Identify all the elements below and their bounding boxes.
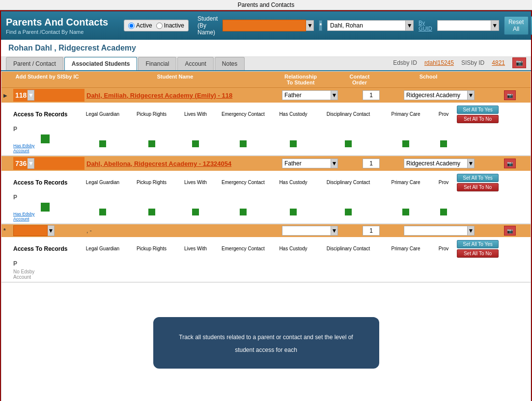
school-input-2[interactable]	[404, 159, 468, 168]
table-header: Add Student by SISby IC Student Name Rel…	[1, 72, 531, 88]
access-records-green-1[interactable]	[41, 134, 50, 143]
header-left: Parents And Contacts Find a Parent /Cont…	[6, 17, 119, 35]
relationship-arrow-1[interactable]: ▼	[331, 90, 338, 100]
contact-order-new[interactable]	[363, 226, 380, 236]
school-combo-new[interactable]: ▼	[404, 226, 502, 236]
inactive-label: Inactive	[164, 22, 184, 29]
student-name-2[interactable]: Dahl, Abellona, Ridgecrest Academy - 1Z3…	[86, 160, 280, 167]
relationship-input-1[interactable]	[282, 90, 331, 100]
set-all-yes-2[interactable]: Set All To Yes	[457, 174, 499, 182]
header: Parents And Contacts Find a Parent /Cont…	[1, 11, 531, 40]
disciplinary-header-2: Disciplinary Contact	[316, 180, 380, 185]
edsby-id-value[interactable]: rdahl15245	[424, 59, 454, 66]
contact-order-2[interactable]	[363, 159, 380, 168]
tooltip-box: Track all students related to a parent o…	[153, 317, 379, 369]
school-input-new[interactable]	[404, 226, 468, 236]
student-dropdown-arrow[interactable]: ▼	[306, 20, 314, 31]
has-custody-green-1[interactable]	[290, 140, 297, 147]
tab-financial[interactable]: Financial	[138, 57, 176, 70]
school-arrow-1[interactable]: ▼	[468, 90, 475, 100]
tab-account[interactable]: Account	[177, 57, 213, 70]
primary-care-green-1[interactable]	[402, 140, 409, 147]
inactive-radio-label[interactable]: Inactive	[156, 22, 184, 29]
school-arrow-2[interactable]: ▼	[468, 159, 475, 168]
prov-green-1[interactable]	[440, 140, 447, 147]
primary-care-green-2[interactable]	[402, 209, 409, 215]
legal-guardian-green-1[interactable]	[99, 140, 106, 147]
access-records-green-2[interactable]	[41, 203, 50, 212]
relationship-input-2[interactable]	[282, 159, 331, 168]
disciplinary-green-2[interactable]	[345, 209, 352, 215]
student-name-1[interactable]: Dahl, Emiliah, Ridgecrest Academy (Emily…	[86, 92, 280, 99]
contact-order-1[interactable]	[363, 90, 380, 100]
camera-btn-new[interactable]: 📷	[504, 226, 516, 236]
guid-dropdown-arrow[interactable]: ▼	[491, 20, 499, 31]
guid-input[interactable]	[437, 20, 491, 31]
relationship-input-new[interactable]	[282, 226, 331, 236]
emergency-contact-green-2[interactable]	[240, 209, 247, 215]
list-view-button[interactable]: List View	[531, 16, 532, 35]
emergency-contact-header-2: Emergency Contact	[216, 180, 270, 185]
relationship-combo-2[interactable]: ▼	[282, 159, 361, 168]
new-student-id[interactable]	[13, 225, 48, 236]
name-dropdown[interactable]: ▼	[327, 20, 414, 31]
active-radio[interactable]	[128, 23, 135, 29]
student-id-2: 736 ▼	[13, 157, 84, 170]
set-all-no-1[interactable]: Set All To No	[457, 115, 499, 123]
tab-associated-students[interactable]: Associated Students	[64, 57, 138, 70]
has-edsby-link-1[interactable]: Has EdsbyAccount	[13, 143, 35, 153]
camera-btn-1[interactable]: 📷	[504, 90, 516, 100]
pickup-rights-green-2[interactable]	[148, 209, 155, 215]
set-all-no-2[interactable]: Set All To No	[457, 183, 499, 191]
relationship-combo-1[interactable]: ▼	[282, 90, 361, 100]
status-radio-group: Active Inactive	[124, 20, 189, 31]
legal-guardian-header-1: Legal Guardian	[78, 111, 127, 117]
relationship-arrow-2[interactable]: ▼	[331, 159, 338, 168]
reset-all-button[interactable]: Reset All	[504, 16, 529, 35]
school-combo-1[interactable]: ▼	[404, 90, 502, 100]
has-custody-green-2[interactable]	[290, 209, 297, 215]
school-combo-2[interactable]: ▼	[404, 159, 502, 168]
sisby-id-label: SISby ID	[461, 59, 484, 66]
pickup-rights-green-1[interactable]	[148, 140, 155, 147]
has-edsby-link-2[interactable]: Has EdsbyAccount	[13, 212, 35, 221]
active-label: Active	[136, 22, 152, 29]
star-button[interactable]: *	[319, 20, 322, 31]
student-id-arrow-2[interactable]: ▼	[28, 158, 34, 169]
photo-button[interactable]: 📷	[512, 57, 526, 68]
guid-dropdown[interactable]: ▼	[437, 20, 499, 31]
camera-btn-2[interactable]: 📷	[504, 159, 516, 168]
tabs-bar: Parent / Contact Associated Students Fin…	[1, 57, 531, 71]
set-all-yes-1[interactable]: Set All To Yes	[457, 106, 499, 114]
tab-notes[interactable]: Notes	[215, 57, 245, 70]
col-student-name: Student Name	[89, 74, 261, 85]
relationship-arrow-new[interactable]: ▼	[331, 226, 338, 236]
active-radio-label[interactable]: Active	[128, 22, 152, 29]
relationship-combo-new[interactable]: ▼	[282, 226, 361, 236]
legal-guardian-green-2[interactable]	[99, 209, 106, 215]
primary-care-header-new: Primary Care	[381, 246, 430, 251]
prov-green-2[interactable]	[440, 209, 447, 215]
new-student-id-combo[interactable]: ▼	[13, 225, 84, 236]
school-arrow-new[interactable]: ▼	[468, 226, 475, 236]
student-input[interactable]	[223, 20, 306, 31]
student-dropdown[interactable]: ▼	[223, 20, 314, 31]
student-id-arrow-1[interactable]: ▼	[28, 90, 34, 101]
name-dropdown-arrow[interactable]: ▼	[406, 20, 414, 31]
student-row-new-main: * ▼ , - ▼ ▼ 📷	[1, 224, 531, 237]
inactive-radio[interactable]	[156, 23, 163, 29]
col-add-student: Add Student by SISby IC	[5, 74, 89, 85]
new-student-id-arrow[interactable]: ▼	[48, 225, 55, 236]
access-row-new: Access To Records Legal Guardian Pickup …	[1, 237, 531, 268]
school-input-1[interactable]	[404, 90, 468, 100]
name-input[interactable]	[327, 20, 406, 31]
disciplinary-green-1[interactable]	[345, 140, 352, 147]
emergency-contact-green-1[interactable]	[240, 140, 247, 147]
lives-with-green-1[interactable]	[192, 140, 199, 147]
by-guid-link[interactable]: By GUID	[419, 20, 432, 31]
tab-parent-contact[interactable]: Parent / Contact	[6, 57, 63, 70]
lives-with-green-2[interactable]	[192, 209, 199, 215]
set-all-yes-new[interactable]: Set All To Yes	[457, 240, 499, 248]
set-all-no-new[interactable]: Set All To No	[457, 249, 499, 258]
sisby-id-value[interactable]: 4821	[492, 59, 505, 66]
